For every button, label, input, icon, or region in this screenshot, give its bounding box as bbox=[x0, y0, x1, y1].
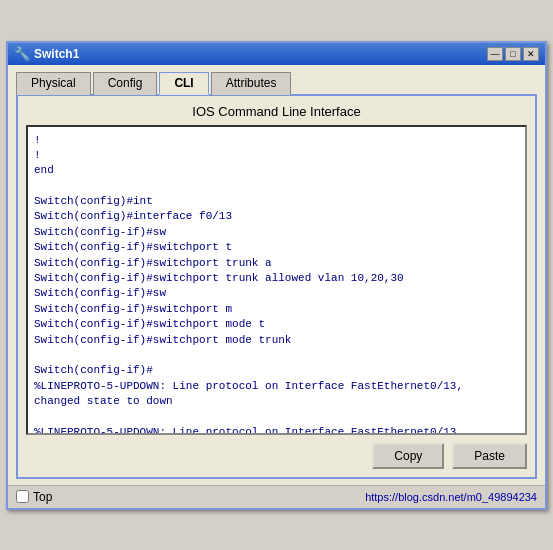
close-button[interactable]: ✕ bbox=[523, 47, 539, 61]
bottom-bar: Top https://blog.csdn.net/m0_49894234 bbox=[8, 485, 545, 508]
tab-bar: Physical Config CLI Attributes bbox=[16, 71, 537, 96]
panel-title: IOS Command Line Interface bbox=[26, 104, 527, 119]
top-label: Top bbox=[33, 490, 52, 504]
tab-physical[interactable]: Physical bbox=[16, 72, 91, 95]
maximize-button[interactable]: □ bbox=[505, 47, 521, 61]
title-bar-controls: — □ ✕ bbox=[487, 47, 539, 61]
tab-cli[interactable]: CLI bbox=[159, 72, 208, 95]
bottom-url: https://blog.csdn.net/m0_49894234 bbox=[365, 491, 537, 503]
panel: IOS Command Line Interface ! ! end Switc… bbox=[16, 96, 537, 479]
window-title: Switch1 bbox=[34, 47, 79, 61]
cli-terminal[interactable]: ! ! end Switch(config)#int Switch(config… bbox=[26, 125, 527, 435]
main-window: 🔧 Switch1 — □ ✕ Physical Config CLI Attr… bbox=[6, 41, 547, 510]
paste-button[interactable]: Paste bbox=[452, 443, 527, 469]
top-checkbox[interactable] bbox=[16, 490, 29, 503]
tab-config[interactable]: Config bbox=[93, 72, 158, 95]
title-bar: 🔧 Switch1 — □ ✕ bbox=[8, 43, 545, 65]
window-icon: 🔧 bbox=[14, 46, 30, 62]
button-row: Copy Paste bbox=[26, 443, 527, 469]
top-checkbox-area: Top bbox=[16, 490, 52, 504]
title-bar-left: 🔧 Switch1 bbox=[14, 46, 79, 62]
minimize-button[interactable]: — bbox=[487, 47, 503, 61]
copy-button[interactable]: Copy bbox=[372, 443, 444, 469]
window-content: Physical Config CLI Attributes IOS Comma… bbox=[8, 65, 545, 485]
tab-attributes[interactable]: Attributes bbox=[211, 72, 292, 95]
